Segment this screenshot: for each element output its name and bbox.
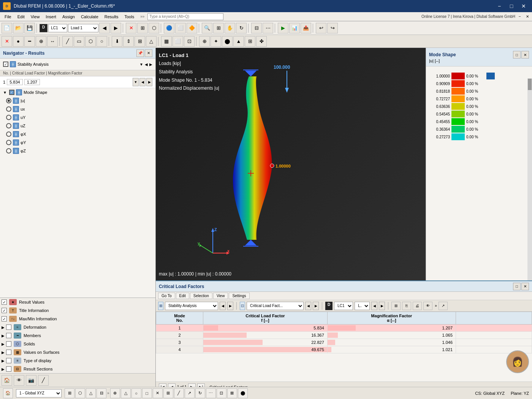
status-tb-5[interactable]: ⊕ — [110, 388, 120, 398]
members-cb[interactable] — [6, 333, 11, 338]
nav-deformation[interactable]: ≈ Deformation — [5, 323, 155, 331]
result-values-cb[interactable] — [2, 299, 7, 305]
bp-min-btn[interactable]: □ — [513, 283, 521, 290]
nav-type-display[interactable]: ≡ Type of display — [5, 356, 155, 365]
uz-radio[interactable] — [6, 123, 11, 128]
tb-wire-btn[interactable]: 🔶 — [187, 23, 197, 33]
bp-analysis-prev[interactable]: ◀ — [220, 302, 226, 310]
status-tb-17[interactable]: ⬤ — [238, 388, 248, 398]
status-tb-6[interactable]: △ — [121, 388, 131, 398]
bp-print-btn[interactable]: 🖨 — [413, 302, 422, 310]
nav-result-sections-expand[interactable]: ▶ — [0, 367, 5, 371]
menu-insert[interactable]: Insert — [43, 14, 59, 20]
tb2-extra4-btn[interactable]: ▲ — [233, 36, 244, 47]
nav-type-display-expand[interactable]: ▶ — [0, 359, 5, 363]
uy-radio[interactable] — [6, 115, 11, 120]
maxmin-info-cb[interactable] — [2, 316, 7, 321]
tb-calc-btn[interactable]: ▶ — [278, 23, 288, 33]
bp-copy-btn[interactable]: ⎘ — [402, 302, 411, 310]
search-input[interactable] — [147, 13, 223, 20]
menu-assign[interactable]: Assign — [59, 14, 78, 20]
tb2-move-btn[interactable]: ↔ — [47, 36, 58, 47]
tb2-cs-btn[interactable]: ⊡ — [184, 36, 195, 47]
colorbar-min-btn[interactable]: □ — [513, 51, 521, 59]
tb-redo-btn[interactable]: ↪ — [327, 23, 338, 33]
u-abs-radio[interactable] — [6, 98, 11, 103]
tree-uy[interactable]: ╫ uY — [0, 113, 155, 122]
menu-results[interactable]: Results — [101, 14, 122, 20]
status-tb-10[interactable]: ⊞ — [163, 388, 173, 398]
phiy-radio[interactable] — [6, 140, 11, 145]
status-tb-12[interactable]: ↗ — [185, 388, 195, 398]
bp-table-select[interactable]: Critical Load Fact... — [247, 302, 304, 310]
result-sections-cb[interactable] — [6, 366, 11, 372]
stability-checkbox[interactable] — [3, 62, 8, 67]
status-tb-1[interactable]: ⊞ — [65, 388, 74, 398]
tb2-extra5-btn[interactable]: ⊞ — [245, 36, 255, 47]
mode-shape-check[interactable] — [9, 90, 14, 95]
nav-result-sections[interactable]: ⊟ Result Sections — [5, 365, 155, 373]
tb-res-btn[interactable]: 📊 — [289, 23, 300, 33]
ux-radio[interactable] — [6, 106, 11, 112]
solids-cb[interactable] — [6, 341, 11, 347]
stability-next[interactable]: ▶ — [149, 62, 152, 66]
status-tb-7[interactable]: ○ — [131, 388, 141, 398]
bp-next-page-btn[interactable]: ▶ — [188, 383, 196, 387]
tree-phiy[interactable]: ╫ φY — [0, 138, 155, 147]
bp-close-btn[interactable]: ✕ — [521, 283, 529, 290]
tb2-node-btn[interactable]: ● — [13, 36, 24, 47]
tb2-extra1-btn[interactable]: ⊕ — [199, 36, 210, 47]
status-tb-9[interactable]: ✕ — [153, 388, 163, 398]
bp-filter-btn[interactable]: ⊞ — [391, 302, 401, 310]
status-tb-2[interactable]: ⬡ — [75, 388, 85, 398]
bp-menu-view[interactable]: View — [213, 293, 228, 299]
tb-undo-btn[interactable]: ↩ — [316, 23, 326, 33]
mode-next-btn[interactable]: ▶ — [146, 78, 152, 86]
status-tb-8[interactable]: □ — [142, 388, 152, 398]
bp-menu-goto[interactable]: Go To — [158, 293, 175, 299]
mode-prev-btn[interactable]: ◀ — [139, 78, 146, 86]
tb2-surf-btn[interactable]: ▭ — [74, 36, 84, 47]
tb2-sec-btn[interactable]: ▦ — [161, 36, 172, 47]
tb-3d-btn[interactable]: 🔵 — [164, 23, 174, 33]
status-tb-15[interactable]: ⊡ — [217, 388, 226, 398]
tb-fit-btn[interactable]: ⊞ — [213, 23, 224, 33]
tb-prev-btn[interactable]: ◀ — [99, 23, 110, 33]
close-button[interactable]: ✕ — [518, 2, 529, 10]
nav-close-btn[interactable]: ✕ — [145, 49, 152, 57]
colorbar-scrollthumb[interactable] — [528, 79, 532, 90]
menu-tools[interactable]: Tools — [121, 14, 137, 20]
bp-menu-settings[interactable]: Settings — [229, 293, 249, 299]
tb-new-btn[interactable]: 📄 — [2, 23, 12, 33]
mode-dropdown-btn[interactable]: ▼ — [133, 78, 139, 86]
tb-member-btn[interactable]: ⊞ — [137, 23, 148, 33]
tb2-opening-btn[interactable]: ○ — [97, 36, 107, 47]
bp-last-btn[interactable]: ▶| — [197, 383, 205, 387]
tb-pan-btn[interactable]: ✋ — [225, 23, 235, 33]
tb2-extra6-btn[interactable]: ✤ — [256, 36, 267, 47]
nav-pin-btn[interactable]: 📌 — [136, 49, 144, 57]
tb2-dist-btn[interactable]: ⇕ — [123, 36, 134, 47]
bp-table-prev[interactable]: ◀ — [305, 302, 311, 310]
nav-solids[interactable]: ⬡ Solids — [5, 340, 155, 348]
table-row-2[interactable]: 2 16.367 1.065 — [156, 332, 532, 339]
tb2-line-btn[interactable]: ╱ — [62, 36, 73, 47]
tb2-axis-btn[interactable]: ⊕ — [36, 36, 46, 47]
tb2-select-btn[interactable]: ✕ — [2, 36, 12, 47]
bp-analysis-next[interactable]: ▶ — [227, 302, 233, 310]
nav-members-expand[interactable]: ▶ — [0, 334, 5, 338]
nav-values-surfaces[interactable]: ▦ Values on Surfaces — [5, 348, 155, 356]
tb-rotate-btn[interactable]: ↻ — [236, 23, 247, 33]
status-tb-4[interactable]: ⊟ — [97, 388, 106, 398]
status-tb-11[interactable]: ╱ — [174, 388, 184, 398]
stability-dropdown[interactable]: ▼ — [139, 62, 143, 66]
nav-members[interactable]: ━ Members — [5, 331, 155, 340]
nav-tb-cam-btn[interactable]: 📷 — [26, 375, 36, 386]
table-row-4[interactable]: 4 49.675 1.021 👩 — [156, 346, 532, 353]
tb2-extra3-btn[interactable]: ⬤ — [222, 36, 233, 47]
bp-export-arrow-btn[interactable]: ↗ — [439, 302, 448, 310]
nav-title-info[interactable]: T Title Information — [0, 306, 155, 315]
mode-shape-parent[interactable]: ▼ ╫ Mode Shape — [0, 88, 155, 97]
status-tb-14[interactable]: ⋯ — [206, 388, 216, 398]
stability-analysis-row[interactable]: ╫ Stability Analysis ▼ ◀ ▶ — [2, 60, 154, 68]
